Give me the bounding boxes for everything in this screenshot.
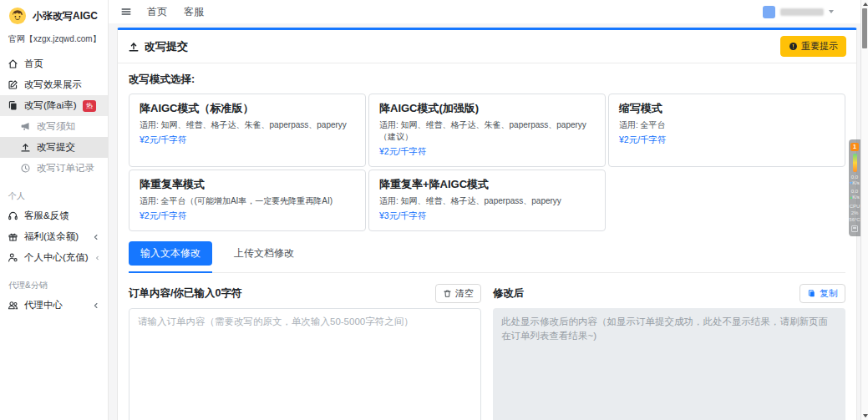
copy-button-label: 复制 xyxy=(820,287,838,300)
copy-button[interactable]: 复制 xyxy=(799,284,845,303)
mode-desc: 适用: 全平台 xyxy=(619,119,835,131)
mode-card-dedup-plus-aigc[interactable]: 降重复率+降AIGC模式 适用: 知网、维普、格子达、paperpass、pap… xyxy=(368,170,606,231)
important-notice-label: 重要提示 xyxy=(801,40,838,53)
app-title: 小张改写AIGC xyxy=(33,9,98,23)
sidebar-item-label: 改写须知 xyxy=(37,120,75,133)
scrollbar-down-arrow[interactable] xyxy=(863,414,868,417)
mode-desc: 适用: 知网、维普、格子达、paperpass、paperyy xyxy=(379,195,595,207)
main-content: 改写提交 重要提示 改写模式选择: 降AIGC模式（标准版） 适用: 知网、维普… xyxy=(109,23,860,420)
sidebar-section-personal: 个人 xyxy=(0,179,108,205)
input-pane-header: 订单内容/你已输入0字符 清空 xyxy=(129,283,481,303)
scrollbar-up-arrow[interactable] xyxy=(863,3,868,6)
user-avatar xyxy=(763,6,775,18)
monitor-app-icon xyxy=(851,225,858,232)
gift-icon xyxy=(8,231,18,242)
sidebar-item-welfare[interactable]: 福利(送余额) xyxy=(0,226,108,247)
rewrite-submit-card: 改写提交 重要提示 改写模式选择: 降AIGC模式（标准版） 适用: 知网、维普… xyxy=(117,28,857,420)
person-gear-icon xyxy=(8,252,18,263)
copy-pages-icon xyxy=(8,100,18,111)
mode-card-grid: 降AIGC模式（标准版） 适用: 知网、维普、格子达、朱雀、paperpass、… xyxy=(129,94,845,231)
clear-button-label: 清空 xyxy=(455,287,474,300)
chevron-down-icon xyxy=(829,10,834,13)
trash-icon xyxy=(443,289,452,298)
monitor-notification-badge: 1 xyxy=(850,143,859,151)
topbar-link-home[interactable]: 首页 xyxy=(147,5,167,19)
editor-panes: 订单内容/你已输入0字符 清空 修改后 复制 xyxy=(129,283,845,420)
scrollbar-thumb[interactable] xyxy=(862,8,867,48)
official-site-label: 官网【xzgx.jzqwd.com】 xyxy=(0,30,108,53)
sidebar-item-agent-center[interactable]: 代理中心 xyxy=(0,295,108,316)
input-pane-title: 订单内容/你已输入0字符 xyxy=(129,286,241,301)
upload-speed: 0.0 ▴K/s xyxy=(850,189,860,200)
important-notice-button[interactable]: 重要提示 xyxy=(780,36,846,57)
system-monitor-widget[interactable]: 1 0.0 ▾K/s 0.0 ▴K/s CPU 2% 56°C xyxy=(849,139,860,236)
sidebar-item-label: 改写(降ai率) xyxy=(24,99,77,112)
monitor-usage-bar xyxy=(853,154,857,172)
app-logo-avatar-icon xyxy=(8,7,27,25)
info-icon xyxy=(789,42,798,51)
chevron-left-icon xyxy=(94,254,100,262)
hot-badge: 热 xyxy=(83,100,96,112)
mode-title: 降重复率+降AIGC模式 xyxy=(379,177,595,192)
sidebar-item-rewrite-group[interactable]: 改写(降ai率) 热 xyxy=(0,95,108,116)
mode-desc: 适用: 知网、维普、格子达、朱雀、paperpass、paperyy（建议） xyxy=(379,119,595,143)
sidebar-item-rewrite-orders[interactable]: 改写订单记录 xyxy=(0,158,108,179)
output-pane-header: 修改后 复制 xyxy=(493,283,845,303)
sidebar-item-label: 个人中心(充值) xyxy=(24,251,89,264)
sidebar-item-label: 代理中心 xyxy=(24,299,63,311)
user-menu[interactable] xyxy=(763,6,834,18)
topbar-link-support[interactable]: 客服 xyxy=(184,5,204,19)
upload-icon xyxy=(128,41,140,53)
mode-title: 缩写模式 xyxy=(619,101,835,116)
sidebar-item-showcase[interactable]: 改写效果展示 xyxy=(0,74,108,95)
mode-title: 降重复率模式 xyxy=(140,177,355,192)
mode-select-label: 改写模式选择: xyxy=(129,73,845,87)
mode-price: ¥2元/千字符 xyxy=(379,146,595,158)
mode-price: ¥2元/千字符 xyxy=(140,210,355,222)
tab-text-input[interactable]: 输入文本修改 xyxy=(129,241,212,266)
mode-card-abbreviate[interactable]: 缩写模式 适用: 全平台 ¥2元/千字符 xyxy=(608,94,845,167)
clipboard-copy-icon xyxy=(807,289,816,298)
home-icon xyxy=(8,58,18,69)
mode-price: ¥2元/千字符 xyxy=(140,134,355,146)
sidebar-item-label: 改写效果展示 xyxy=(24,78,82,91)
mode-card-dedup[interactable]: 降重复率模式 适用: 全平台（(可能增加AI率，一定要先降重再降AI) ¥2元/… xyxy=(129,170,366,231)
people-icon xyxy=(8,300,18,311)
sidebar-item-rewrite-submit[interactable]: 改写提交 xyxy=(0,137,108,158)
sidebar-section-agent: 代理&分销 xyxy=(0,268,108,295)
sidebar-item-label: 客服&反馈 xyxy=(24,210,69,222)
hamburger-menu-icon[interactable] xyxy=(120,6,132,18)
clear-button[interactable]: 清空 xyxy=(435,284,481,303)
mode-card-aigc-enhanced[interactable]: 降AIGC模式(加强版) 适用: 知网、维普、格子达、朱雀、paperpass、… xyxy=(368,94,606,167)
sidebar-item-label: 改写订单记录 xyxy=(37,162,94,175)
mode-card-aigc-standard[interactable]: 降AIGC模式（标准版） 适用: 知网、维普、格子达、朱雀、paperpass、… xyxy=(129,94,366,167)
edit-square-icon xyxy=(8,79,18,90)
sidebar-item-profile[interactable]: 个人中心(充值) xyxy=(0,247,108,268)
tab-file-upload[interactable]: 上传文档修改 xyxy=(222,241,306,266)
topbar: 首页 客服 xyxy=(109,0,860,23)
app-logo-row[interactable]: 小张改写AIGC xyxy=(0,0,108,30)
output-pane: 修改后 复制 此处显示修改后的内容（如显示订单提交成功，此处不显示结果，请刷新页… xyxy=(493,283,845,420)
card-body: 改写模式选择: 降AIGC模式（标准版） 适用: 知网、维普、格子达、朱雀、pa… xyxy=(118,63,856,420)
page-title: 改写提交 xyxy=(145,39,188,54)
input-mode-tabbar: 输入文本修改 上传文档修改 xyxy=(129,241,845,273)
history-icon xyxy=(20,163,31,174)
card-header: 改写提交 重要提示 xyxy=(118,30,856,63)
browser-scrollbar[interactable] xyxy=(860,0,868,420)
user-name-redacted xyxy=(780,8,824,16)
sidebar-item-support[interactable]: 客服&反馈 xyxy=(0,205,108,226)
cpu-stats: CPU 2% 56°C xyxy=(849,203,860,223)
sidebar-item-rewrite-notice[interactable]: 改写须知 xyxy=(0,116,108,137)
order-content-input[interactable] xyxy=(129,308,481,420)
mode-title: 降AIGC模式(加强版) xyxy=(379,101,595,116)
mode-price: ¥3元/千字符 xyxy=(379,210,595,222)
sidebar-item-label: 改写提交 xyxy=(37,141,75,154)
chevron-left-icon xyxy=(92,301,100,310)
mode-desc: 适用: 知网、维普、格子达、朱雀、paperpass、paperyy xyxy=(140,119,355,131)
chevron-left-icon xyxy=(92,233,100,241)
sidebar-item-label: 福利(送余额) xyxy=(24,230,79,243)
sidebar: 小张改写AIGC 官网【xzgx.jzqwd.com】 首页 改写效果展示 改写… xyxy=(0,0,109,420)
sidebar-item-home[interactable]: 首页 xyxy=(0,53,108,74)
mode-desc: 适用: 全平台（(可能增加AI率，一定要先降重再降AI) xyxy=(140,195,355,207)
input-pane: 订单内容/你已输入0字符 清空 xyxy=(129,283,481,420)
